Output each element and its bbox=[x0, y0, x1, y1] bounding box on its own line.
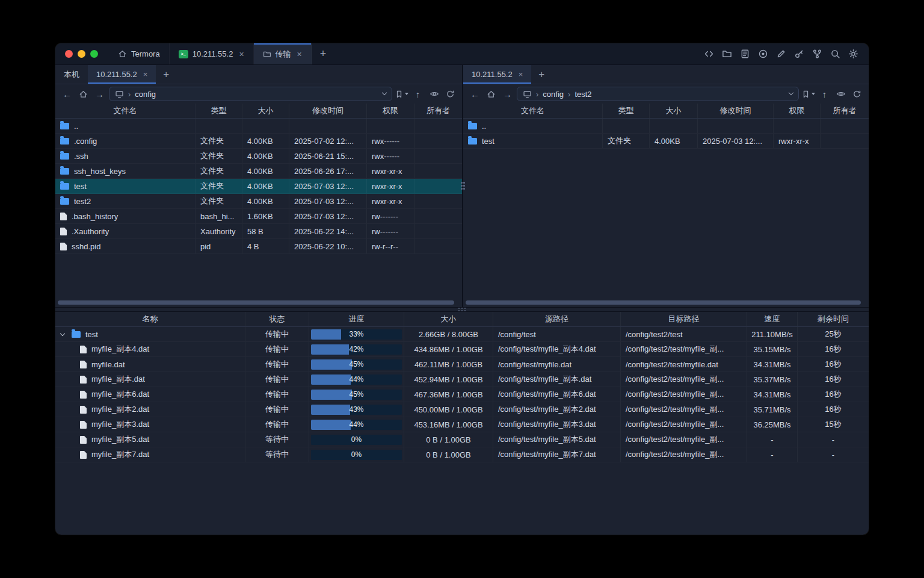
transfer-row[interactable]: myfile_副本.dat 传输中 44% 452.94MB / 1.00GB … bbox=[55, 372, 869, 387]
tab-remote-session[interactable]: 10.211.55.2 × bbox=[463, 65, 531, 84]
file-row[interactable]: ssh_host_keys 文件夹 4.00KB 2025-06-26 17:.… bbox=[55, 164, 462, 179]
close-tab-icon[interactable]: × bbox=[297, 50, 302, 58]
record-icon[interactable] bbox=[757, 48, 769, 60]
close-tab-icon[interactable]: × bbox=[143, 70, 148, 78]
chevron-down-icon[interactable] bbox=[382, 90, 387, 95]
transfer-row[interactable]: myfile.dat 传输中 45% 462.11MB / 1.00GB /co… bbox=[55, 357, 869, 372]
file-row[interactable]: .. bbox=[55, 119, 462, 134]
horizontal-scrollbar[interactable] bbox=[58, 300, 458, 305]
back-icon[interactable]: ← bbox=[468, 87, 482, 101]
forward-icon[interactable]: → bbox=[93, 87, 106, 101]
new-panel-tab-button[interactable]: + bbox=[156, 65, 176, 84]
computer-icon bbox=[115, 90, 124, 99]
transfer-row[interactable]: myfile_副本5.dat 等待中 0% 0 B / 1.00GB /conf… bbox=[55, 432, 869, 447]
upload-icon[interactable]: ↑ bbox=[818, 87, 831, 101]
transfer-name: test bbox=[85, 330, 98, 339]
column-header-permissions[interactable]: 权限 bbox=[367, 104, 414, 118]
splitter-grip[interactable] bbox=[461, 182, 463, 184]
tab-transfer[interactable]: 传输 × bbox=[254, 43, 312, 64]
folder-icon[interactable] bbox=[721, 48, 733, 60]
column-header-owner[interactable]: 所有者 bbox=[414, 104, 462, 118]
column-header-size[interactable]: 大小 bbox=[650, 104, 698, 118]
splitter-grip[interactable] bbox=[458, 308, 460, 309]
minimize-window-button[interactable] bbox=[78, 50, 85, 58]
file-row[interactable]: .ssh 文件夹 4.00KB 2025-06-21 15:... rwx---… bbox=[55, 149, 462, 164]
log-icon[interactable] bbox=[739, 48, 751, 60]
refresh-icon[interactable] bbox=[850, 87, 864, 101]
forward-icon[interactable]: → bbox=[500, 87, 514, 101]
column-header-target[interactable]: 目标路径 bbox=[621, 312, 747, 326]
show-hidden-eye-icon[interactable] bbox=[834, 87, 848, 101]
transfer-row[interactable]: test 传输中 33% 2.66GB / 8.00GB /config/tes… bbox=[55, 327, 869, 342]
transfer-row[interactable]: myfile_副本7.dat 等待中 0% 0 B / 1.00GB /conf… bbox=[55, 447, 869, 462]
file-row-selected[interactable]: test 文件夹 4.00KB 2025-07-03 12:... rwxr-x… bbox=[55, 179, 462, 194]
upload-icon[interactable]: ↑ bbox=[411, 87, 425, 101]
panel-splitter[interactable] bbox=[462, 65, 463, 307]
column-header-name[interactable]: 名称 bbox=[55, 312, 245, 326]
cell-speed: 36.25MB/s bbox=[747, 417, 798, 432]
transfer-row[interactable]: myfile_副本6.dat 传输中 45% 467.36MB / 1.00GB… bbox=[55, 387, 869, 402]
column-header-source[interactable]: 源路径 bbox=[493, 312, 621, 326]
cell-eta: 16秒 bbox=[798, 402, 869, 417]
column-header-filename[interactable]: 文件名 bbox=[55, 104, 196, 118]
file-row[interactable]: test2 文件夹 4.00KB 2025-07-03 12:... rwxr-… bbox=[55, 194, 462, 209]
column-header-type[interactable]: 类型 bbox=[196, 104, 242, 118]
settings-gear-icon[interactable] bbox=[847, 48, 859, 60]
home-icon[interactable] bbox=[484, 87, 498, 101]
left-breadcrumb[interactable]: › config bbox=[109, 87, 392, 101]
column-header-modified[interactable]: 修改时间 bbox=[698, 104, 774, 118]
column-header-type[interactable]: 类型 bbox=[603, 104, 650, 118]
search-icon[interactable] bbox=[829, 48, 841, 60]
column-header-progress[interactable]: 进度 bbox=[309, 312, 404, 326]
column-header-speed[interactable]: 速度 bbox=[747, 312, 798, 326]
new-tab-button[interactable]: + bbox=[312, 43, 335, 64]
new-panel-tab-button[interactable]: + bbox=[531, 65, 552, 84]
horizontal-scrollbar[interactable] bbox=[466, 300, 865, 305]
transfer-splitter[interactable] bbox=[55, 307, 869, 312]
column-header-size[interactable]: 大小 bbox=[242, 104, 289, 118]
tab-session[interactable]: >_ 10.211.55.2 × bbox=[170, 43, 254, 64]
home-icon[interactable] bbox=[76, 87, 90, 101]
column-header-eta[interactable]: 剩余时间 bbox=[798, 312, 869, 326]
right-breadcrumb[interactable]: › config › test2 bbox=[517, 87, 799, 101]
fork-icon[interactable] bbox=[811, 48, 823, 60]
breadcrumb-segment[interactable]: config bbox=[135, 90, 156, 99]
scrollbar-thumb[interactable] bbox=[58, 300, 454, 305]
close-window-button[interactable] bbox=[65, 50, 73, 58]
cell-owner bbox=[414, 149, 462, 163]
collapse-chevron-icon[interactable] bbox=[60, 331, 65, 335]
file-row[interactable]: .bash_history bash_hi... 1.60KB 2025-07-… bbox=[55, 209, 462, 224]
close-tab-icon[interactable]: × bbox=[239, 50, 244, 58]
tab-local[interactable]: 本机 bbox=[55, 65, 88, 84]
bookmark-icon[interactable] bbox=[801, 87, 815, 101]
file-row[interactable]: .Xauthority Xauthority 58 B 2025-06-22 1… bbox=[55, 224, 462, 239]
edit-icon[interactable] bbox=[775, 48, 787, 60]
file-row[interactable]: .config 文件夹 4.00KB 2025-07-02 12:... rwx… bbox=[55, 134, 462, 149]
code-icon[interactable] bbox=[703, 48, 715, 60]
key-icon[interactable] bbox=[793, 48, 805, 60]
show-hidden-eye-icon[interactable] bbox=[427, 87, 441, 101]
column-header-status[interactable]: 状态 bbox=[245, 312, 309, 326]
close-tab-icon[interactable]: × bbox=[519, 70, 523, 78]
file-row[interactable]: sshd.pid pid 4 B 2025-06-22 10:... rw-r-… bbox=[55, 239, 462, 254]
back-icon[interactable]: ← bbox=[60, 87, 74, 101]
refresh-icon[interactable] bbox=[443, 87, 457, 101]
file-row[interactable]: .. bbox=[463, 119, 869, 134]
file-row[interactable]: test 文件夹 4.00KB 2025-07-03 12:... rwxr-x… bbox=[463, 134, 869, 149]
column-header-permissions[interactable]: 权限 bbox=[774, 104, 821, 118]
transfer-row[interactable]: myfile_副本4.dat 传输中 42% 434.86MB / 1.00GB… bbox=[55, 342, 869, 357]
chevron-down-icon[interactable] bbox=[789, 90, 793, 95]
bookmark-icon[interactable] bbox=[395, 87, 408, 101]
zoom-window-button[interactable] bbox=[90, 50, 98, 58]
tab-remote-session[interactable]: 10.211.55.2 × bbox=[88, 65, 156, 84]
column-header-modified[interactable]: 修改时间 bbox=[289, 104, 367, 118]
breadcrumb-segment[interactable]: config bbox=[543, 90, 564, 99]
tab-home[interactable]: Termora bbox=[109, 43, 170, 64]
transfer-row[interactable]: myfile_副本2.dat 传输中 43% 450.00MB / 1.00GB… bbox=[55, 402, 869, 417]
column-header-filename[interactable]: 文件名 bbox=[463, 104, 603, 118]
column-header-size[interactable]: 大小 bbox=[404, 312, 493, 326]
scrollbar-thumb[interactable] bbox=[466, 300, 861, 305]
breadcrumb-segment[interactable]: test2 bbox=[574, 90, 591, 99]
transfer-row[interactable]: myfile_副本3.dat 传输中 44% 453.16MB / 1.00GB… bbox=[55, 417, 869, 432]
column-header-owner[interactable]: 所有者 bbox=[821, 104, 869, 118]
